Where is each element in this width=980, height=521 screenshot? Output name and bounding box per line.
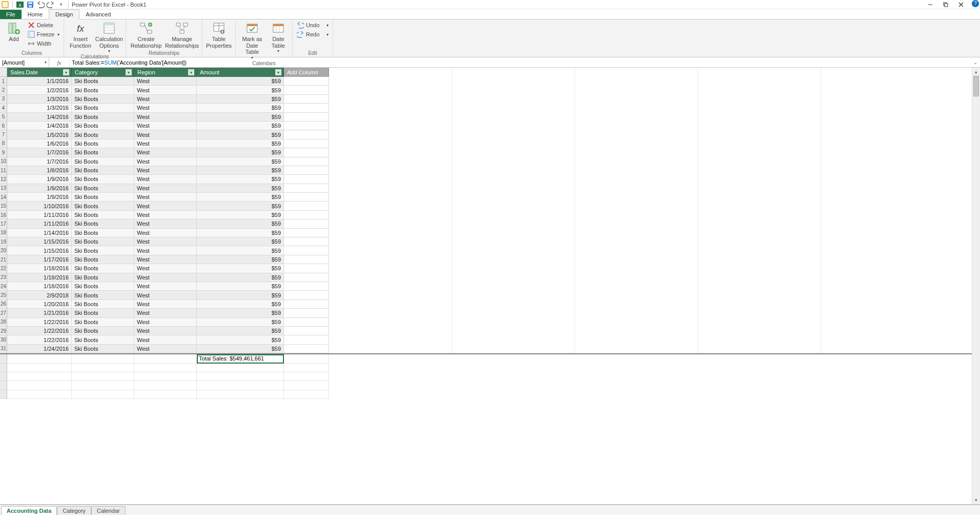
cell-amount[interactable]: $59	[197, 113, 284, 122]
filter-dropdown-icon[interactable]: ▾	[63, 69, 69, 75]
cell-add-column[interactable]	[284, 300, 329, 309]
table-row[interactable]: 221/18/2016Ski BootsWest$59	[0, 264, 980, 273]
cell-region[interactable]: West	[134, 202, 197, 210]
cell-amount[interactable]: $59	[197, 175, 284, 184]
cell-sales-date[interactable]: 1/2/2016	[7, 86, 72, 94]
cell-sales-date[interactable]: 1/5/2016	[7, 130, 72, 139]
cell-category[interactable]: Ski Boots	[72, 148, 134, 157]
cell-region[interactable]: West	[134, 184, 197, 193]
row-header[interactable]: 3	[0, 95, 7, 104]
cell-region[interactable]: West	[134, 122, 197, 130]
table-row[interactable]: 21/2/2016Ski BootsWest$59	[0, 86, 980, 94]
vertical-scrollbar[interactable]: ▴ ▾	[972, 68, 980, 504]
row-header[interactable]: 24	[0, 282, 7, 291]
calc-cell[interactable]	[7, 390, 72, 399]
date-table-button[interactable]: Date Table ▾	[267, 21, 290, 53]
cell-sales-date[interactable]: 1/18/2016	[7, 264, 72, 273]
calc-cell[interactable]	[134, 390, 197, 399]
cell-amount[interactable]: $59	[197, 184, 284, 193]
cell-amount[interactable]: $59	[197, 104, 284, 112]
cell-sales-date[interactable]: 1/21/2016	[7, 309, 72, 317]
tab-design[interactable]: Design	[49, 9, 79, 19]
row-header[interactable]: 17	[0, 219, 7, 228]
cell-amount[interactable]: $59	[197, 345, 284, 353]
cell-sales-date[interactable]: 1/8/2016	[7, 166, 72, 175]
cell-sales-date[interactable]: 1/22/2016	[7, 335, 72, 344]
cell-category[interactable]: Ski Boots	[72, 219, 134, 228]
row-header[interactable]: 10	[0, 157, 7, 166]
cell-amount[interactable]: $59	[197, 273, 284, 282]
row-header[interactable]: 7	[0, 130, 7, 139]
cell-region[interactable]: West	[134, 264, 197, 273]
cell-add-column[interactable]	[284, 273, 329, 282]
cell-sales-date[interactable]: 1/4/2016	[7, 122, 72, 130]
measure-cell[interactable]	[197, 372, 284, 381]
row-header[interactable]: 31	[0, 345, 7, 353]
cell-add-column[interactable]	[284, 246, 329, 255]
cell-category[interactable]: Ski Boots	[72, 273, 134, 282]
row-header[interactable]: 16	[0, 211, 7, 219]
cell-category[interactable]: Ski Boots	[72, 113, 134, 122]
calc-cell[interactable]	[72, 390, 134, 399]
scroll-up-icon[interactable]: ▴	[972, 68, 980, 76]
cell-add-column[interactable]	[284, 184, 329, 193]
table-row[interactable]: 91/7/2016Ski BootsWest$59	[0, 148, 980, 157]
calc-cell[interactable]	[284, 354, 329, 363]
row-header[interactable]: 5	[0, 113, 7, 122]
add-column-button[interactable]: Add	[2, 21, 26, 43]
cell-category[interactable]: Ski Boots	[72, 95, 134, 104]
cell-amount[interactable]: $59	[197, 335, 284, 344]
select-all-corner[interactable]	[0, 68, 7, 77]
maximize-button[interactable]	[938, 0, 953, 9]
cell-category[interactable]: Ski Boots	[72, 77, 134, 86]
column-width-button[interactable]: Width	[26, 39, 62, 48]
cell-amount[interactable]: $59	[197, 202, 284, 210]
cell-amount[interactable]: $59	[197, 246, 284, 255]
row-header[interactable]: 22	[0, 264, 7, 273]
cell-sales-date[interactable]: 1/20/2016	[7, 300, 72, 309]
cell-region[interactable]: West	[134, 309, 197, 317]
table-properties-button[interactable]: Table Properties	[205, 21, 233, 49]
table-row[interactable]: 281/22/2016Ski BootsWest$59	[0, 318, 980, 327]
cell-add-column[interactable]	[284, 335, 329, 344]
row-header[interactable]: 18	[0, 229, 7, 237]
cell-category[interactable]: Ski Boots	[72, 139, 134, 148]
row-header[interactable]: 23	[0, 273, 7, 282]
cell-region[interactable]: West	[134, 300, 197, 309]
cell-sales-date[interactable]: 1/4/2016	[7, 113, 72, 122]
cell-add-column[interactable]	[284, 264, 329, 273]
cell-add-column[interactable]	[284, 237, 329, 246]
cell-amount[interactable]: $59	[197, 139, 284, 148]
cell-sales-date[interactable]: 1/14/2016	[7, 229, 72, 237]
cell-add-column[interactable]	[284, 345, 329, 353]
cell-add-column[interactable]	[284, 148, 329, 157]
cell-add-column[interactable]	[284, 193, 329, 202]
undo-button[interactable]: Undo ▾	[295, 21, 331, 30]
table-row[interactable]: 131/9/2016Ski BootsWest$59	[0, 184, 980, 193]
table-row[interactable]: 11/1/2016Ski BootsWest$59	[0, 77, 980, 86]
calc-cell[interactable]	[134, 354, 197, 363]
fx-button[interactable]: fx	[49, 59, 70, 66]
cell-category[interactable]: Ski Boots	[72, 345, 134, 353]
calc-cell[interactable]	[284, 390, 329, 399]
cell-category[interactable]: Ski Boots	[72, 184, 134, 193]
tab-advanced[interactable]: Advanced	[79, 10, 117, 19]
cell-category[interactable]: Ski Boots	[72, 166, 134, 175]
cell-add-column[interactable]	[284, 95, 329, 104]
cell-amount[interactable]: $59	[197, 157, 284, 166]
cell-add-column[interactable]	[284, 219, 329, 228]
cell-amount[interactable]: $59	[197, 211, 284, 219]
cell-region[interactable]: West	[134, 291, 197, 299]
cell-amount[interactable]: $59	[197, 264, 284, 273]
scroll-down-icon[interactable]: ▾	[972, 496, 980, 504]
column-header-amount[interactable]: Amount ▾	[197, 68, 284, 77]
cell-category[interactable]: Ski Boots	[72, 318, 134, 327]
table-row[interactable]: 61/4/2016Ski BootsWest$59	[0, 122, 980, 130]
cell-add-column[interactable]	[284, 175, 329, 184]
cell-sales-date[interactable]: 1/15/2016	[7, 246, 72, 255]
cell-category[interactable]: Ski Boots	[72, 175, 134, 184]
calc-cell[interactable]	[284, 381, 329, 390]
cell-sales-date[interactable]: 1/9/2016	[7, 175, 72, 184]
table-row[interactable]: 291/22/2016Ski BootsWest$59	[0, 327, 980, 335]
cell-region[interactable]: West	[134, 139, 197, 148]
